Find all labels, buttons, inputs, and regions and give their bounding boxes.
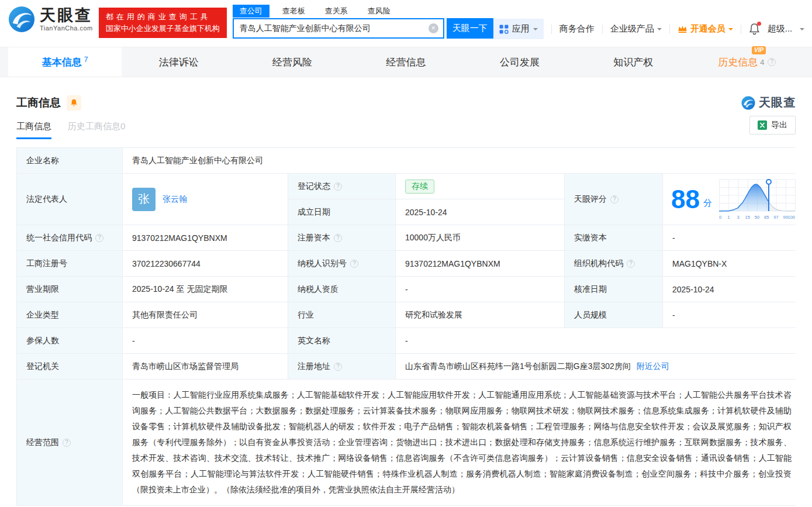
excel-icon xyxy=(758,120,767,130)
apps-menu[interactable]: 应用 xyxy=(493,19,544,39)
reg-status-value: 存续 xyxy=(396,174,564,199)
subtab-history-info[interactable]: 历史工商信息0 xyxy=(68,121,125,139)
insured-count-value: - xyxy=(123,328,288,353)
promo-line1: 都在用的商业查询工具 xyxy=(106,11,220,23)
notification-bell[interactable] xyxy=(749,23,760,35)
nav-open-vip[interactable]: 开通会员 xyxy=(678,23,733,35)
account-caret-icon[interactable] xyxy=(800,28,804,33)
help-icon[interactable] xyxy=(63,439,71,447)
divider xyxy=(669,25,670,34)
tab-operation[interactable]: 经营信息 xyxy=(349,47,462,77)
caret-down-icon xyxy=(533,28,538,33)
tab-legal[interactable]: 法律诉讼 xyxy=(122,47,235,77)
industry-value: 研究和试验发展 xyxy=(396,302,564,327)
search-area: 查公司 查老板 查关系 查风险 天眼一下 xyxy=(233,4,493,39)
tab-operation-label: 经营信息 xyxy=(386,56,426,69)
reg-address-value: 山东省青岛市崂山区科苑纬一路1号创新园二期G座3层302房间 附近公司 xyxy=(396,354,801,379)
legal-rep-label: 法定代表人 xyxy=(17,174,122,225)
paid-capital-label: 实缴资本 xyxy=(565,225,662,250)
tab-development[interactable]: 公司发展 xyxy=(463,47,576,77)
help-icon[interactable] xyxy=(768,58,776,66)
nav-cooperation[interactable]: 商务合作 xyxy=(559,23,595,35)
legal-rep-link[interactable]: 张云翰 xyxy=(163,194,187,205)
search-button[interactable]: 天眼一下 xyxy=(447,18,493,39)
brand-domain: TianYanCha.com xyxy=(40,25,93,32)
clear-icon[interactable] xyxy=(429,23,438,33)
score-label: 天眼评分 xyxy=(565,174,662,225)
nav-account[interactable]: 超级... xyxy=(768,23,793,35)
search-tab-relation[interactable]: 查关系 xyxy=(318,5,355,18)
tab-ip[interactable]: 知识产权 xyxy=(576,47,690,77)
nav-cooperation-label: 商务合作 xyxy=(559,23,595,35)
logo-swirl-icon xyxy=(741,96,755,110)
tab-basic-label: 基本信息 xyxy=(42,56,82,69)
org-code-label: 组织机构代码 xyxy=(565,251,662,276)
tab-history-label: 历史信息 xyxy=(718,57,758,68)
staff-size-label: 人员规模 xyxy=(565,302,662,327)
nearby-companies-link[interactable]: 附近公司 xyxy=(637,361,669,372)
divider xyxy=(602,25,603,34)
subtab-business-info[interactable]: 工商信息 xyxy=(16,121,51,139)
score-unit: 分 xyxy=(703,198,712,209)
apps-grid-icon xyxy=(499,25,509,34)
vip-badge: VIP xyxy=(752,46,766,54)
search-tab-company[interactable]: 查公司 xyxy=(233,5,269,18)
watermark-text: 天眼查 xyxy=(759,95,796,111)
tab-risk-label: 经营风险 xyxy=(272,56,312,69)
status-badge: 存续 xyxy=(405,180,434,194)
english-name-value: - xyxy=(396,328,801,353)
monitor-bell-button[interactable] xyxy=(67,95,81,111)
apps-label: 应用 xyxy=(512,23,530,35)
reg-address-label: 注册地址 xyxy=(288,354,395,379)
business-scope-value: 一般项目：人工智能行业应用系统集成服务；人工智能基础软件开发；人工智能应用软件开… xyxy=(123,380,801,505)
search-input[interactable] xyxy=(240,24,429,33)
tab-history[interactable]: 历史信息 VIP 4 xyxy=(690,47,804,77)
promo-line2: 国家中小企业发展子基金旗下机构 xyxy=(106,23,220,35)
svg-text:85: 85 xyxy=(764,215,769,220)
taxpayer-quality-value: - xyxy=(396,277,564,302)
nav-enterprise[interactable]: 企业级产品 xyxy=(610,23,662,35)
divider xyxy=(741,25,741,34)
established-label: 成立日期 xyxy=(288,199,395,225)
help-icon[interactable] xyxy=(334,363,342,371)
reg-number-value: 370212230667744 xyxy=(123,251,288,276)
watermark-logo: 天眼查 xyxy=(741,95,796,111)
help-icon[interactable] xyxy=(627,260,635,268)
nav-enterprise-label: 企业级产品 xyxy=(610,23,654,35)
export-button[interactable]: 导出 xyxy=(749,116,796,134)
approval-date-label: 核准日期 xyxy=(565,277,662,302)
established-value: 2025-10-24 xyxy=(396,199,564,225)
search-tab-risk[interactable]: 查风险 xyxy=(361,5,398,18)
caret-down-icon xyxy=(728,28,733,33)
notification-dot xyxy=(757,22,761,26)
business-term-value: 2025-10-24 至 无固定期限 xyxy=(123,277,288,302)
tab-development-label: 公司发展 xyxy=(500,56,540,69)
nav-open-vip-label: 开通会员 xyxy=(690,23,725,35)
score-cell: 88 分 0 1 3 15 50 xyxy=(663,174,801,225)
help-icon[interactable] xyxy=(334,234,342,242)
tab-ip-label: 知识产权 xyxy=(613,56,653,69)
help-icon[interactable] xyxy=(334,182,342,191)
insured-count-label: 参保人数 xyxy=(17,328,122,353)
help-icon[interactable] xyxy=(95,234,103,242)
tab-basic-count: 7 xyxy=(84,56,88,64)
svg-text:3: 3 xyxy=(737,215,739,220)
svg-text:15: 15 xyxy=(745,215,750,220)
taxpayer-id-value: 91370212MAG1QYBNXM xyxy=(396,251,564,276)
reg-authority-label: 登记机关 xyxy=(17,354,122,379)
tab-risk[interactable]: 经营风险 xyxy=(236,47,349,77)
tab-history-count: 4 xyxy=(760,58,764,67)
subtab-row: 工商信息 历史工商信息0 导出 xyxy=(0,111,812,139)
company-type-label: 企业类型 xyxy=(17,302,122,327)
search-tab-boss[interactable]: 查老板 xyxy=(275,5,312,18)
help-icon[interactable] xyxy=(610,195,618,204)
svg-text:97: 97 xyxy=(773,215,778,220)
svg-text:0: 0 xyxy=(719,215,721,220)
reg-capital-label: 注册资本 xyxy=(288,225,395,250)
tianyancha-logo[interactable]: 天眼查 TianYanCha.com xyxy=(8,6,93,33)
help-icon[interactable] xyxy=(350,260,358,268)
legal-rep-value: 张 张云翰 xyxy=(123,174,288,225)
paid-capital-value: - xyxy=(663,225,801,250)
tab-basic-info[interactable]: 基本信息 7 xyxy=(8,47,122,77)
section-head: 工商信息 天眼查 xyxy=(0,77,812,111)
